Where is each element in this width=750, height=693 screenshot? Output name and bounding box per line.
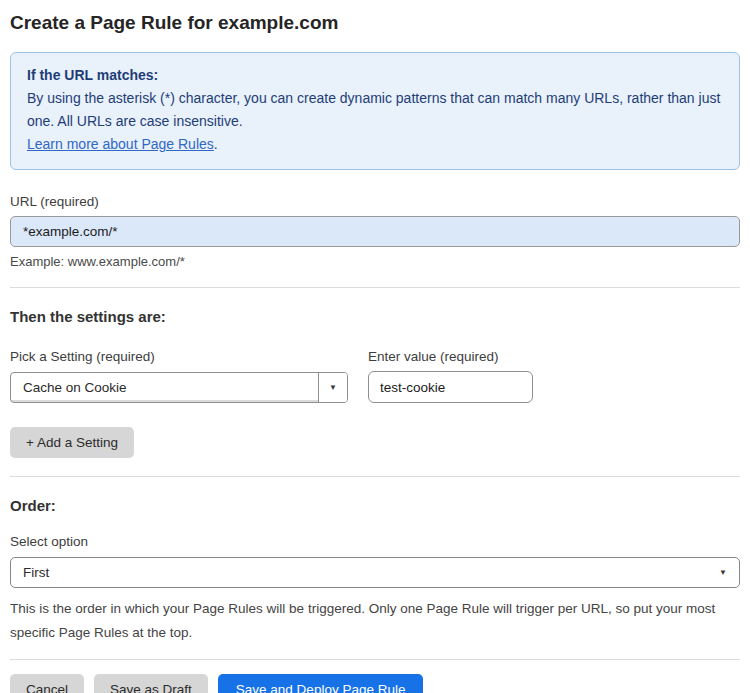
setting-select-value: Cache on Cookie (11, 373, 318, 402)
settings-row: Pick a Setting (required) Cache on Cooki… (10, 325, 740, 403)
divider-after-settings (10, 476, 740, 477)
learn-more-link[interactable]: Learn more about Page Rules (27, 136, 214, 152)
setting-select-column: Pick a Setting (required) Cache on Cooki… (10, 325, 348, 403)
save-deploy-button[interactable]: Save and Deploy Page Rule (218, 674, 424, 693)
order-section-heading: Order: (10, 497, 740, 514)
order-select-value: First (23, 565, 49, 580)
info-box-body: By using the asterisk (*) character, you… (27, 87, 723, 133)
order-select-label: Select option (10, 534, 740, 549)
info-box-link-line: Learn more about Page Rules. (27, 133, 723, 156)
page-rule-form: Create a Page Rule for example.com If th… (0, 0, 750, 693)
footer-buttons: Cancel Save as Draft Save and Deploy Pag… (10, 674, 740, 693)
order-help-text: This is the order in which your Page Rul… (10, 597, 734, 645)
setting-select[interactable]: Cache on Cookie ▼ (10, 372, 348, 403)
link-suffix: . (214, 136, 218, 152)
cancel-button[interactable]: Cancel (10, 674, 84, 693)
settings-section-heading: Then the settings are: (10, 308, 740, 325)
divider-before-footer (10, 659, 740, 660)
setting-value-input[interactable] (368, 371, 533, 403)
chevron-down-icon: ▼ (719, 568, 727, 577)
setting-value-column: Enter value (required) (368, 332, 533, 403)
url-example-text: Example: www.example.com/* (10, 254, 740, 269)
url-matches-info-box: If the URL matches: By using the asteris… (10, 52, 740, 170)
url-field-label: URL (required) (10, 194, 740, 209)
url-input[interactable] (10, 216, 740, 247)
page-title: Create a Page Rule for example.com (10, 10, 740, 42)
add-setting-button[interactable]: + Add a Setting (10, 427, 134, 458)
setting-select-label: Pick a Setting (required) (10, 349, 348, 364)
divider-after-url (10, 287, 740, 288)
info-box-heading: If the URL matches: (27, 64, 723, 87)
order-select[interactable]: First ▼ (10, 557, 740, 588)
setting-value-label: Enter value (required) (368, 349, 533, 364)
chevron-down-icon[interactable]: ▼ (318, 373, 347, 402)
save-draft-button[interactable]: Save as Draft (94, 674, 208, 693)
